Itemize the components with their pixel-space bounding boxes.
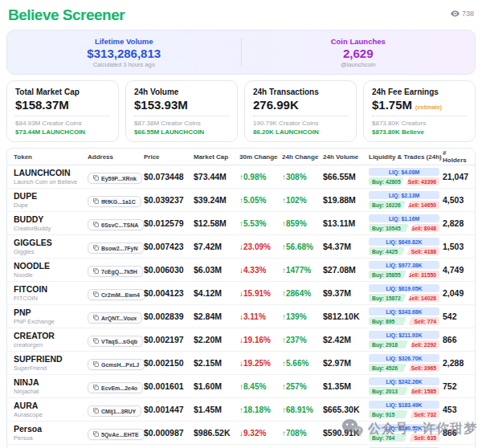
change-24h-cell: ↑257% (282, 382, 323, 391)
card-24h-volume: 24h Volume $153.93M $87.38M Creator Coin… (125, 80, 238, 142)
address-chip[interactable]: Bsow2...7FyN (88, 242, 144, 254)
buy-bar: Buy: 2918 (369, 340, 408, 348)
table-row[interactable]: CREATOR creatorgen VTaqS...sGqb $0.00219… (7, 328, 475, 351)
marketcap-cell: $12.58M (194, 218, 239, 228)
table-row[interactable]: NINJA Ninjachat EcvEm...2e4o $0.001601 $… (7, 374, 475, 397)
address-cell: fRfKG...1a1C (88, 193, 144, 207)
liq-bar-label: LIQ: $2.13M (389, 193, 419, 198)
token-subname: Launch Coin on Believe (14, 178, 88, 185)
token-cell: GIGGLES Giggles (14, 238, 88, 255)
table-row[interactable]: MYKU Myku HohL7...q6SK $0.000850 $849.51… (7, 444, 475, 448)
sell-bar-label: Sell: 14026 (408, 295, 436, 301)
table-row[interactable]: GIGGLES Giggles Bsow2...7FyN $0.007423 $… (7, 234, 475, 258)
table-row[interactable]: PNP PNP Exchange ArQNT...Voux $0.002839 … (7, 304, 475, 328)
buy-bar: Buy: 16226 (369, 201, 406, 209)
liquidity-cell: LIQ: $649.82K Buy: 4425 Sell: 4188 (369, 238, 439, 255)
price-cell: $0.012579 (144, 218, 194, 228)
address-chip-label: VTaqS...sGqb (101, 339, 137, 344)
change-24h-cell: ↑68.91% (282, 405, 323, 414)
col-token[interactable]: Token (14, 153, 88, 161)
address-chip-label: 7cEgQ...7k5H (101, 269, 137, 275)
address-cell: Ey59P...XRnk (88, 169, 144, 184)
buy-bar-label: Buy: 764 (372, 435, 394, 441)
liq-bar-label: LIQ: $140.52K (386, 426, 423, 431)
buy-bar: Buy: 15872 (369, 294, 406, 302)
lifetime-volume-section: Lifetime Volume $313,286,813 Calculated … (7, 31, 241, 74)
estimate-badge: (estimate) (415, 104, 442, 110)
liq-bar-label: LIQ: $619.05K (386, 286, 423, 291)
col-30m-change[interactable]: 30m Change (239, 153, 282, 161)
sell-bar-label: Sell: 774 (414, 319, 436, 324)
table-row[interactable]: BUDDY CreatorBuddy 6SsvC...TSNA $0.01257… (7, 211, 475, 234)
copy-icon (93, 198, 99, 205)
address-chip[interactable]: GcmsH...PxLJ (88, 359, 145, 370)
col-24h-volume[interactable]: 24h Volume (323, 153, 369, 161)
table-row[interactable]: DUPE Dupe fRfKG...1a1C $0.039237 $39.24M… (7, 188, 475, 211)
address-chip[interactable]: 5QvAe...EHTE (88, 429, 145, 440)
buy-bar: Buy: 35855 (369, 271, 406, 279)
change-30m-cell: ↑0.98% (239, 173, 282, 181)
token-name: Persoa (14, 424, 88, 434)
sell-bar-label: Sell: 4188 (411, 249, 436, 255)
col-address[interactable]: Address (88, 153, 144, 161)
address-chip[interactable]: VTaqS...sGqb (88, 336, 143, 347)
table-row[interactable]: FITCOIN FITCOIN Cr2mM...Ewn4 $0.004123 $… (7, 281, 475, 304)
col-market-cap[interactable]: Market Cap (194, 153, 239, 161)
price-cell: $0.007423 (144, 242, 194, 251)
table-row[interactable]: AURA Aurascope CMij1...3RUY $0.001447 $1… (7, 397, 475, 421)
table-row[interactable]: LAUNCHCOIN Launch Coin on Believe Ey59P.… (7, 165, 475, 188)
col-24h-change[interactable]: 24h Change (282, 153, 323, 161)
token-name: BUDDY (14, 214, 88, 224)
change-24h-cell: ↑5.66% (282, 359, 323, 368)
sell-bar: Sell: 732 (410, 410, 439, 418)
token-subname: SuperFriend (14, 365, 88, 372)
address-chip[interactable]: ArQNT...Voux (88, 312, 142, 324)
token-subname: CreatorBuddy (14, 225, 88, 232)
volume-cell: $4.37M (323, 242, 369, 251)
table-row[interactable]: SUPFRIEND SuperFriend GcmsH...PxLJ $0.00… (7, 351, 475, 374)
address-chip[interactable]: Ey59P...XRnk (88, 173, 142, 184)
liq-bar-label: LIQ: $343.68K (386, 309, 423, 315)
address-chip[interactable]: fRfKG...1a1C (88, 196, 141, 207)
card-subline-creators: $873.80K Creators (372, 120, 467, 127)
change-30m-cell: ↓19.16% (239, 336, 282, 344)
copy-icon (93, 222, 99, 228)
address-chip[interactable]: CMij1...3RUY (88, 405, 141, 417)
token-name: PNP (14, 307, 88, 317)
address-cell: GcmsH...PxLJ (88, 356, 144, 370)
page-title: Believe Screener (8, 6, 125, 24)
address-chip[interactable]: EcvEm...2e4o (88, 382, 143, 393)
col-holders[interactable]: # Holders (443, 149, 468, 164)
liq-bar: LIQ: $326.70K (369, 354, 439, 362)
liq-bar: LIQ: $649.82K (369, 238, 439, 246)
buy-sell-bars: Buy: 764 Sell: 635 (369, 434, 439, 442)
price-cell: $0.001601 (144, 381, 194, 391)
token-table: Token Address Price Market Cap 30m Chang… (6, 148, 476, 448)
change-30m-cell: ↓15.91% (239, 289, 282, 298)
sell-bar: Sell: 43396 (406, 177, 439, 185)
card-24h-fee-earnings: 24h Fee Earnings $1.75M (estimate) $873.… (363, 80, 476, 142)
sell-bar: Sell: 1585 (410, 387, 439, 395)
dotted-divider (15, 116, 110, 116)
token-cell: DUPE Dupe (14, 191, 88, 208)
change-30m-cell: ↓9.32% (239, 429, 282, 438)
token-subname: Giggles (14, 248, 88, 255)
card-title: 24h Transactions (253, 88, 348, 96)
change-24h-cell: ↑237% (282, 336, 323, 344)
table-row[interactable]: NOODLE Noodle 7cEgQ...7k5H $0.006030 $6.… (7, 258, 475, 281)
card-subline-creator: $84.93M Creator Coins (15, 120, 110, 127)
sell-bar: Sell: 635 (409, 434, 439, 442)
address-chip[interactable]: 6SsvC...TSNA (88, 219, 144, 230)
address-chip[interactable]: 7cEgQ...7k5H (88, 266, 143, 277)
token-name: FITCOIN (14, 284, 88, 294)
buy-bar: Buy: 895 (369, 317, 406, 325)
holders-cell: 866 (443, 335, 468, 344)
liquidity-cell: LIQ: $1.16M Buy: 10545 Sell: 8048 (369, 214, 439, 232)
sell-bar: Sell: 774 (408, 317, 439, 325)
change-24h-cell: ↑308% (282, 173, 323, 181)
col-price[interactable]: Price (144, 153, 194, 161)
table-row[interactable]: Persoa Persoa 5QvAe...EHTE $0.000987 $98… (7, 421, 475, 444)
buy-sell-bars: Buy: 15872 Sell: 14026 (369, 294, 439, 302)
address-chip[interactable]: Cr2mM...Ewn4 (88, 289, 145, 300)
col-liquidity-trades[interactable]: Liquidity & Trades (24h) (369, 153, 443, 161)
